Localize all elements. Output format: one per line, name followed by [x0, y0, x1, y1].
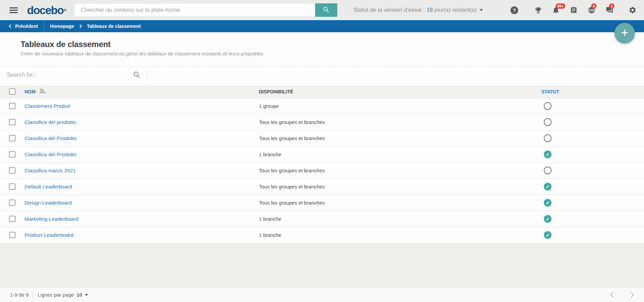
- rows-per-page-value[interactable]: 10: [77, 292, 82, 298]
- gear-icon[interactable]: [629, 6, 637, 14]
- status-cell: [536, 183, 644, 190]
- assistant-badge: 4: [591, 3, 597, 9]
- menu-icon[interactable]: [9, 7, 18, 13]
- trial-status-dropdown[interactable]: Statut de la version d'essai : 18 jour(s…: [353, 7, 483, 13]
- leaderboard-link[interactable]: Marketing Leaderboard: [25, 216, 78, 222]
- row-name-cell: Marketing Leaderboard: [25, 216, 259, 222]
- row-checkbox[interactable]: [9, 216, 15, 222]
- page-title: Tableaux de classement: [21, 40, 644, 49]
- list-search-input[interactable]: [0, 67, 147, 83]
- row-name-cell: Classifica del prodotto: [25, 119, 259, 125]
- row-checkbox[interactable]: [9, 183, 15, 190]
- row-checkbox[interactable]: [9, 200, 15, 206]
- registered-mark: ®: [64, 8, 67, 12]
- global-search-input[interactable]: [74, 3, 315, 17]
- availability-cell: Tous les groupes et branches: [259, 184, 536, 189]
- messages-chat-icon[interactable]: 1: [605, 6, 613, 14]
- leaderboard-link[interactable]: Classifica del Prodotto: [25, 152, 76, 157]
- global-search: [74, 3, 337, 17]
- status-cell: [536, 231, 644, 239]
- chevron-right-icon: [78, 24, 82, 28]
- topbar-icons: ? 99+ 4 1: [510, 0, 637, 20]
- pagination-footer: 1-9 de 9 Lignes par page 10: [0, 287, 644, 302]
- status-active-icon: [544, 183, 552, 190]
- select-all-checkbox[interactable]: [9, 88, 15, 95]
- row-checkbox-cell: [0, 135, 25, 141]
- row-checkbox[interactable]: [9, 167, 15, 174]
- status-cell: [536, 134, 644, 142]
- row-checkbox[interactable]: [9, 135, 15, 141]
- rows-range: 1-9 de 9: [10, 292, 29, 298]
- page-head: Tableaux de classement Créer de nouveaux…: [0, 32, 644, 56]
- row-checkbox-cell: [0, 216, 25, 222]
- status-inactive-icon: [544, 167, 552, 174]
- row-name-cell: Classifica del Prodotto: [25, 135, 259, 141]
- messages-badge: 1: [609, 3, 614, 9]
- notifications-bell-icon[interactable]: 99+: [552, 6, 560, 14]
- row-checkbox-cell: [0, 167, 25, 174]
- column-header-availability: DISPONIBILITÉ: [259, 89, 536, 94]
- next-page-button[interactable]: [629, 292, 634, 298]
- column-header-status[interactable]: STATUT: [541, 89, 644, 94]
- sort-icon[interactable]: [40, 89, 46, 94]
- leaderboard-link[interactable]: Classifica del prodotto: [25, 119, 76, 125]
- table-row: Marketing Leaderboard 1 branche: [0, 211, 644, 227]
- leaderboard-link[interactable]: Design Leaderboard: [25, 200, 72, 206]
- notifications-badge: 99+: [556, 3, 565, 9]
- row-name-cell: Classifica del Prodotto: [25, 152, 259, 158]
- assistant-robot-icon[interactable]: 4: [588, 6, 596, 14]
- leaderboard-link[interactable]: Classifica del Prodotto: [25, 135, 76, 141]
- table-row: Default Leaderboard Tous les groupes et …: [0, 179, 644, 195]
- breadcrumb-divider: [44, 20, 44, 32]
- back-button[interactable]: Précédent: [9, 24, 38, 29]
- leaderboard-link[interactable]: Default Leaderboard: [25, 184, 72, 189]
- table-row: Design Leaderboard Tous les groupes et b…: [0, 195, 644, 211]
- chevron-left-icon: [9, 24, 12, 28]
- row-checkbox-cell: [0, 119, 25, 125]
- page-subtitle: Créer de nouveaux tableaux de classement…: [21, 51, 644, 56]
- logo-panel[interactable]: docebo®: [22, 0, 72, 20]
- status-cell: [536, 199, 644, 207]
- availability-cell: 1 branche: [259, 232, 536, 238]
- chevron-down-icon[interactable]: [85, 294, 88, 296]
- status-active-icon: [544, 231, 552, 239]
- list-search-row: [0, 66, 644, 83]
- gamification-trophy-icon[interactable]: [534, 6, 542, 14]
- previous-page-button[interactable]: [610, 292, 616, 298]
- table-body: Classement Produit 1 groupe Classifica d…: [0, 98, 644, 243]
- leaderboard-link[interactable]: Classifica marzo 2021: [25, 168, 76, 173]
- row-name-cell: Classement Produit: [25, 103, 259, 109]
- row-checkbox-cell: [0, 200, 25, 206]
- global-search-button[interactable]: [315, 3, 337, 17]
- row-checkbox-cell: [0, 183, 25, 190]
- search-icon: [323, 6, 330, 14]
- table-row: Classement Produit 1 groupe: [0, 98, 644, 114]
- column-header-name[interactable]: NOM: [25, 89, 259, 94]
- availability-cell: 1 branche: [259, 152, 536, 157]
- leaderboard-link[interactable]: Classement Produit: [25, 103, 70, 109]
- row-name-cell: Classifica marzo 2021: [25, 168, 259, 174]
- availability-cell: Tous les groupes et branches: [259, 135, 536, 141]
- table-header: NOM DISPONIBILITÉ STATUT: [0, 85, 644, 98]
- add-leaderboard-button[interactable]: +: [614, 23, 635, 43]
- help-icon[interactable]: ?: [510, 6, 518, 14]
- status-active-icon: [544, 150, 552, 158]
- row-checkbox[interactable]: [9, 232, 15, 238]
- availability-cell: Tous les groupes et branches: [259, 119, 536, 125]
- row-checkbox-cell: [0, 232, 25, 238]
- status-cell: [536, 167, 644, 174]
- header-checkbox-cell: [0, 88, 25, 95]
- row-name-cell: Design Leaderboard: [25, 200, 259, 206]
- leaderboard-link[interactable]: Product Leaderboard: [25, 232, 74, 238]
- row-name-cell: Product Leaderboard: [25, 232, 259, 238]
- plus-icon: +: [621, 26, 628, 39]
- tasks-clipboard-icon[interactable]: [570, 6, 578, 14]
- breadcrumb-homepage[interactable]: Homepage: [50, 24, 74, 29]
- status-active-icon: [544, 215, 552, 223]
- row-checkbox[interactable]: [9, 119, 15, 125]
- pagination-controls: [611, 293, 644, 297]
- availability-cell: Tous les groupes et branches: [259, 200, 536, 206]
- status-cell: [536, 118, 644, 126]
- row-checkbox[interactable]: [9, 151, 15, 158]
- row-checkbox[interactable]: [9, 103, 15, 109]
